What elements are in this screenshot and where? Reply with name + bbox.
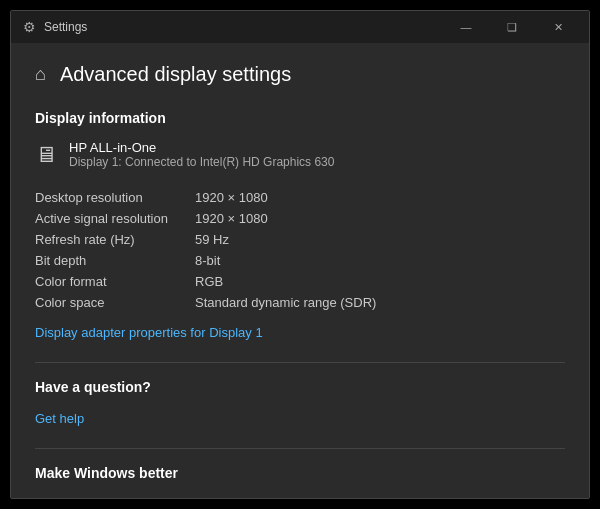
row-value: RGB xyxy=(195,271,565,292)
row-label: Bit depth xyxy=(35,250,195,271)
title-bar-controls: — ❑ ✕ xyxy=(443,11,581,43)
device-info: HP ALL-in-One Display 1: Connected to In… xyxy=(69,140,334,169)
maximize-button[interactable]: ❑ xyxy=(489,11,535,43)
display-device: 🖥 HP ALL-in-One Display 1: Connected to … xyxy=(35,140,565,169)
table-row: Desktop resolution1920 × 1080 xyxy=(35,187,565,208)
windows-section: Make Windows better Give us feedback xyxy=(35,465,565,498)
row-label: Color format xyxy=(35,271,195,292)
display-section-title: Display information xyxy=(35,110,565,126)
table-row: Refresh rate (Hz)59 Hz xyxy=(35,229,565,250)
device-subtitle: Display 1: Connected to Intel(R) HD Grap… xyxy=(69,155,334,169)
row-value: Standard dynamic range (SDR) xyxy=(195,292,565,313)
title-bar-text: Settings xyxy=(44,20,87,34)
page-header: ⌂ Advanced display settings xyxy=(35,63,565,86)
table-row: Active signal resolution1920 × 1080 xyxy=(35,208,565,229)
table-row: Color spaceStandard dynamic range (SDR) xyxy=(35,292,565,313)
adapter-properties-link[interactable]: Display adapter properties for Display 1 xyxy=(35,325,263,340)
row-value: 59 Hz xyxy=(195,229,565,250)
row-label: Active signal resolution xyxy=(35,208,195,229)
row-value: 8-bit xyxy=(195,250,565,271)
row-label: Color space xyxy=(35,292,195,313)
title-bar-left: ⚙ Settings xyxy=(23,19,87,35)
minimize-button[interactable]: — xyxy=(443,11,489,43)
table-row: Bit depth8-bit xyxy=(35,250,565,271)
row-value: 1920 × 1080 xyxy=(195,187,565,208)
divider-1 xyxy=(35,362,565,363)
row-label: Refresh rate (Hz) xyxy=(35,229,195,250)
divider-2 xyxy=(35,448,565,449)
question-section-title: Have a question? xyxy=(35,379,565,395)
info-table: Desktop resolution1920 × 1080Active sign… xyxy=(35,187,565,313)
get-help-link[interactable]: Get help xyxy=(35,411,84,426)
device-name: HP ALL-in-One xyxy=(69,140,334,155)
row-label: Desktop resolution xyxy=(35,187,195,208)
close-button[interactable]: ✕ xyxy=(535,11,581,43)
question-section: Have a question? Get help xyxy=(35,379,565,432)
table-row: Color formatRGB xyxy=(35,271,565,292)
settings-app-icon: ⚙ xyxy=(23,19,36,35)
windows-section-title: Make Windows better xyxy=(35,465,565,481)
page-title: Advanced display settings xyxy=(60,63,291,86)
home-icon: ⌂ xyxy=(35,64,46,85)
display-information-section: Display information 🖥 HP ALL-in-One Disp… xyxy=(35,110,565,346)
row-value: 1920 × 1080 xyxy=(195,208,565,229)
monitor-icon: 🖥 xyxy=(35,142,57,168)
main-content: ⌂ Advanced display settings Display info… xyxy=(11,43,589,498)
content-area: ⌂ Advanced display settings Display info… xyxy=(11,43,589,498)
title-bar: ⚙ Settings — ❑ ✕ xyxy=(11,11,589,43)
settings-window: ⚙ Settings — ❑ ✕ ⌂ Advanced display sett… xyxy=(10,10,590,499)
feedback-link[interactable]: Give us feedback xyxy=(35,497,135,498)
